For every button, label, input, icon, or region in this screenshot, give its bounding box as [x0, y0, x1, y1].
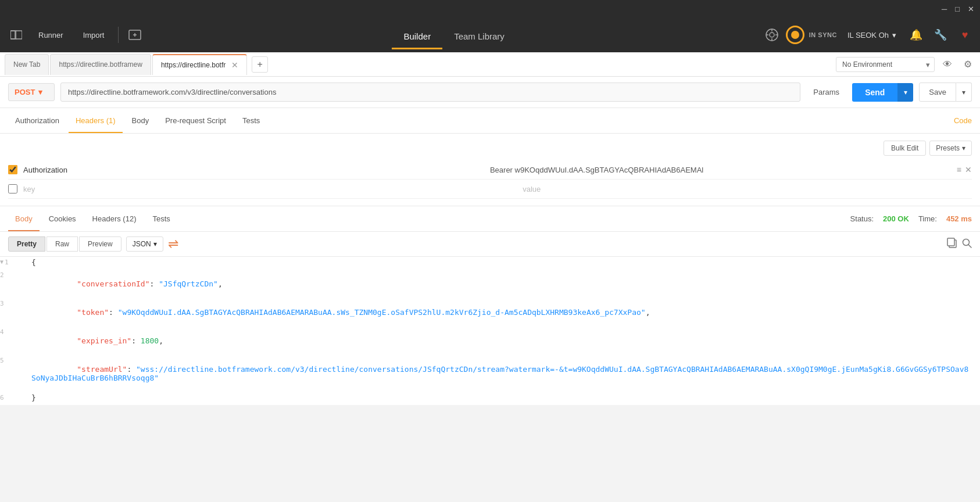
code-line-2: 2 "conversationId": "JSfqQrtzCDn",: [0, 270, 980, 298]
team-library-tab[interactable]: Team Library: [442, 21, 516, 49]
code-button[interactable]: Code: [954, 116, 972, 125]
sync-group: IN SYNC: [763, 26, 837, 44]
code-line-4: 4 "expires_in": 1800,: [0, 327, 980, 355]
presets-button[interactable]: Presets ▾: [929, 141, 972, 156]
heart-button[interactable]: ♥: [956, 26, 974, 44]
svg-rect-13: [947, 238, 954, 246]
code-line-5: 5 "streamUrl": "wss://directline.botfram…: [0, 355, 980, 392]
presets-dropdown-icon: ▾: [962, 144, 965, 152]
format-button-group: Pretty Raw Preview: [8, 236, 121, 252]
response-tab-body[interactable]: Body: [8, 206, 40, 231]
send-button[interactable]: Send: [852, 83, 897, 102]
headers-section: Bulk Edit Presets ▾ Authorization Bearer…: [0, 134, 980, 206]
header-row-1: Authorization Bearer w9KOqddWUuI.dAA.SgB…: [8, 160, 972, 180]
sync-badge: [786, 26, 804, 44]
presets-label: Presets: [936, 144, 960, 152]
method-label: POST: [15, 88, 35, 96]
copy-button[interactable]: [947, 238, 957, 250]
eye-button[interactable]: 👁: [939, 57, 956, 72]
code-line-1: ▼ 1 {: [0, 257, 980, 270]
svg-point-7: [770, 33, 774, 37]
title-bar: ─ □ ✕: [0, 0, 980, 17]
line-content-3: "token": "w9KOqddWUuI.dAA.SgBTAGYAcQBRAH…: [23, 299, 980, 326]
sub-tab-body[interactable]: Body: [125, 108, 156, 133]
line-num-1: ▼ 1: [0, 257, 23, 266]
response-tab-cookies[interactable]: Cookies: [42, 206, 83, 231]
manage-env-button[interactable]: ⚙: [960, 56, 975, 72]
code-line-3: 3 "token": "w9KOqddWUuI.dAA.SgBTAGYAcQBR…: [0, 298, 980, 327]
url-input[interactable]: [60, 83, 800, 102]
bulk-edit-button[interactable]: Bulk Edit: [884, 141, 926, 156]
tab-label: New Tab: [13, 60, 40, 69]
user-dropdown-icon: ▾: [892, 31, 896, 40]
builder-tab[interactable]: Builder: [392, 21, 442, 49]
sync-status-label: IN SYNC: [809, 31, 837, 38]
header-checkbox-empty[interactable]: [8, 184, 17, 193]
method-dropdown[interactable]: POST ▾: [8, 83, 55, 101]
import-button[interactable]: Import: [75, 27, 113, 43]
line-content-6: }: [23, 393, 980, 403]
environment-select[interactable]: No Environment: [836, 57, 935, 72]
line-num-6: 6: [0, 393, 23, 401]
line-arrow-1: ▼: [0, 259, 3, 265]
line-content-2: "conversationId": "JSfqQrtzCDn",: [23, 270, 980, 297]
settings-button[interactable]: 🔧: [931, 26, 950, 44]
notification-button[interactable]: 🔔: [907, 26, 925, 44]
save-dropdown-button[interactable]: ▾: [956, 83, 972, 102]
save-button[interactable]: Save: [919, 83, 956, 102]
tab-directline-2[interactable]: https://directline.botfr ✕: [152, 54, 247, 75]
time-label: Time:: [918, 214, 937, 223]
raw-button[interactable]: Raw: [47, 236, 78, 252]
user-menu-button[interactable]: IL SEOK Oh ▾: [843, 28, 901, 42]
new-request-button[interactable]: [124, 24, 145, 45]
header-checkbox[interactable]: [8, 165, 17, 174]
time-value: 452 ms: [946, 214, 972, 223]
preview-button[interactable]: Preview: [79, 236, 121, 252]
tab-new[interactable]: New Tab: [5, 54, 49, 75]
nav-right: IN SYNC IL SEOK Oh ▾ 🔔 🔧 ♥: [763, 26, 974, 44]
header-menu-button[interactable]: ≡: [957, 165, 961, 174]
header-key-placeholder: key: [23, 185, 35, 193]
sync-settings-icon[interactable]: [763, 26, 781, 44]
header-value-field: Bearer w9KOqddWUuI.dAA.SgBTAGYAcQBRAHIAd…: [490, 166, 951, 174]
status-value: 200 OK: [883, 214, 909, 223]
svg-line-15: [968, 245, 971, 248]
tab-label: https://directline.botframew: [59, 60, 142, 69]
close-button[interactable]: ✕: [968, 5, 974, 13]
status-area: Status: 200 OK Time: 452 ms: [850, 214, 972, 223]
header-key-value: Authorization: [23, 166, 484, 174]
sub-tab-tests[interactable]: Tests: [235, 108, 267, 133]
line-content-5: "streamUrl": "wss://directline.botframew…: [23, 356, 980, 392]
send-dropdown-button[interactable]: ▾: [897, 83, 913, 102]
minimize-button[interactable]: ─: [942, 5, 947, 13]
response-tabs: Body Cookies Headers (12) Tests Status: …: [0, 206, 980, 232]
header-value-placeholder: value: [523, 185, 541, 193]
sub-tab-authorization[interactable]: Authorization: [8, 108, 66, 133]
pretty-button[interactable]: Pretty: [8, 236, 45, 252]
sub-tab-headers[interactable]: Headers (1): [69, 108, 123, 133]
runner-button[interactable]: Runner: [30, 27, 71, 43]
line-num-5: 5: [0, 356, 23, 364]
sub-tab-prerequest[interactable]: Pre-request Script: [158, 108, 233, 133]
search-button[interactable]: [962, 238, 972, 250]
tab-directline-1[interactable]: https://directline.botframew: [50, 54, 151, 75]
response-tab-tests[interactable]: Tests: [145, 206, 177, 231]
user-label: IL SEOK Oh: [847, 31, 889, 40]
tab-close-icon[interactable]: ✕: [231, 60, 238, 70]
code-line-6: 6 }: [0, 392, 980, 405]
wrap-button[interactable]: ⇌: [168, 236, 178, 252]
sidebar-toggle-button[interactable]: [6, 24, 27, 45]
method-dropdown-icon: ▾: [38, 88, 42, 96]
header-delete-button[interactable]: ✕: [965, 165, 972, 174]
header-row-empty: key value: [8, 180, 972, 199]
svg-rect-0: [10, 31, 15, 39]
response-tab-headers[interactable]: Headers (12): [85, 206, 144, 231]
params-button[interactable]: Params: [806, 83, 846, 101]
tab-label: https://directline.botfr: [161, 61, 226, 69]
sub-tabs: Authorization Headers (1) Body Pre-reque…: [0, 108, 980, 134]
maximize-button[interactable]: □: [955, 5, 960, 13]
tab-bar: New Tab https://directline.botframew htt…: [0, 52, 980, 77]
json-format-select[interactable]: JSON ▾: [126, 236, 163, 252]
line-content-1: {: [23, 257, 980, 267]
new-tab-button[interactable]: +: [252, 56, 268, 73]
